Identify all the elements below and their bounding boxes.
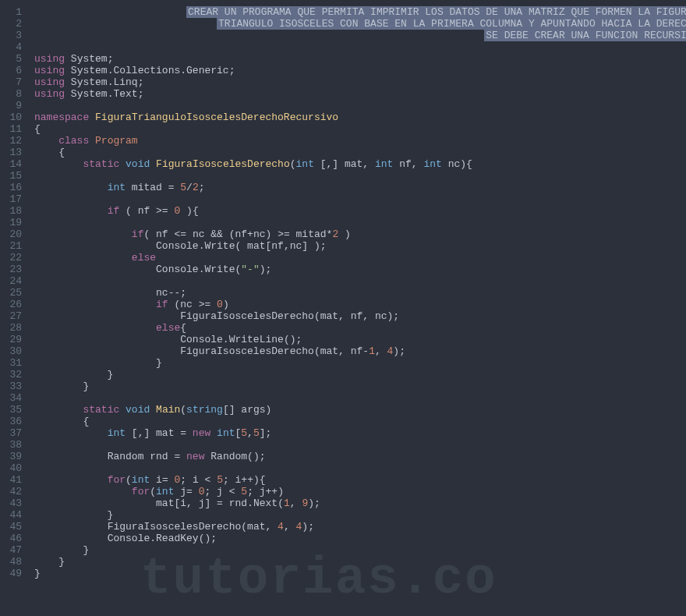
code-line[interactable]: } (34, 357, 686, 369)
line-number: 45 (9, 521, 22, 533)
code-line[interactable]: for(int j= 0; j < 5; j++) (34, 486, 686, 497)
line-number: 41 (9, 474, 22, 486)
code-line[interactable]: using System; (34, 53, 686, 65)
code-line[interactable]: SE DEBE CREAR UNA FUNCION RECURSIVA (34, 30, 686, 41)
line-number: 11 (9, 123, 22, 135)
code-line[interactable]: Console.ReadKey(); (34, 533, 686, 544)
line-number: 18 (9, 205, 22, 217)
code-line[interactable] (34, 439, 686, 451)
code-line[interactable]: mat[i, j] = rnd.Next(1, 9); (34, 497, 686, 509)
line-number: 10 (9, 112, 22, 123)
line-number: 32 (9, 369, 22, 381)
line-number: 15 (9, 170, 22, 182)
code-line[interactable]: if ( nf >= 0 ){ (34, 205, 686, 217)
code-line[interactable]: } (34, 568, 686, 579)
line-number: 40 (9, 462, 22, 474)
code-line[interactable]: { (34, 147, 686, 158)
code-line[interactable]: class Program (34, 135, 686, 147)
code-line[interactable]: } (34, 369, 686, 381)
line-number: 21 (9, 240, 22, 252)
code-line[interactable]: CREAR UN PROGRAMA QUE PERMITA IMPRIMIR L… (34, 6, 686, 18)
code-line[interactable]: static void Main(string[] args) (34, 404, 686, 416)
line-number: 14 (9, 158, 22, 170)
code-line[interactable]: if (nc >= 0) (34, 299, 686, 310)
line-number: 20 (9, 228, 22, 240)
line-number: 6 (9, 65, 22, 76)
line-number: 8 (9, 88, 22, 100)
code-line[interactable]: else (34, 252, 686, 264)
selected-comment: SE DEBE CREAR UNA FUNCION RECURSIVA (484, 30, 686, 41)
line-number: 3 (9, 30, 22, 41)
code-line[interactable] (34, 462, 686, 474)
line-number: 19 (9, 217, 22, 228)
code-line[interactable]: for(int i= 0; i < 5; i++){ (34, 474, 686, 486)
line-number: 47 (9, 544, 22, 556)
line-number: 4 (9, 41, 22, 53)
line-number: 30 (9, 345, 22, 357)
line-number: 46 (9, 533, 22, 544)
line-number: 35 (9, 404, 22, 416)
code-line[interactable]: using System.Collections.Generic; (34, 65, 686, 76)
line-number: 31 (9, 357, 22, 369)
line-number: 26 (9, 299, 22, 310)
code-line[interactable]: static void FiguraIsoscelesDerecho(int [… (34, 158, 686, 170)
code-line[interactable] (34, 392, 686, 404)
line-number: 24 (9, 275, 22, 287)
line-number: 29 (9, 334, 22, 345)
line-number: 17 (9, 193, 22, 205)
code-line[interactable]: Console.WriteLine(); (34, 334, 686, 345)
code-line[interactable]: using System.Text; (34, 88, 686, 100)
code-line[interactable]: } (34, 544, 686, 556)
line-number: 1 (9, 6, 22, 18)
code-line[interactable]: } (34, 509, 686, 521)
code-line[interactable]: } (34, 381, 686, 392)
code-line[interactable]: Console.Write( mat[nf,nc] ); (34, 240, 686, 252)
line-number: 38 (9, 439, 22, 451)
line-number: 25 (9, 287, 22, 299)
code-line[interactable]: { (34, 416, 686, 427)
code-line[interactable]: TRIANGULO ISOSCELES CON BASE EN LA PRIME… (34, 18, 686, 30)
line-number: 7 (9, 76, 22, 88)
line-number: 28 (9, 322, 22, 334)
code-line[interactable]: nc--; (34, 287, 686, 299)
code-editor: 1 2 3 4 5 6 7 8 9 10 11 12 13 14 15 16 1… (0, 0, 686, 616)
code-line[interactable]: FiguraIsoscelesDerecho(mat, nf, nc); (34, 310, 686, 322)
line-number: 34 (9, 392, 22, 404)
code-line[interactable]: Console.Write("-"); (34, 264, 686, 275)
code-line[interactable]: namespace FiguraTrianguloIsoscelesDerech… (34, 112, 686, 123)
selected-comment: TRIANGULO ISOSCELES CON BASE EN LA PRIME… (217, 18, 686, 30)
code-line[interactable] (34, 170, 686, 182)
line-gutter: 1 2 3 4 5 6 7 8 9 10 11 12 13 14 15 16 1… (0, 0, 28, 616)
line-number: 39 (9, 451, 22, 462)
line-number: 33 (9, 381, 22, 392)
line-number: 44 (9, 509, 22, 521)
code-line[interactable] (34, 193, 686, 205)
line-number: 9 (9, 100, 22, 112)
code-line[interactable] (34, 217, 686, 228)
code-line[interactable]: FiguraIsoscelesDerecho(mat, 4, 4); (34, 521, 686, 533)
line-number: 42 (9, 486, 22, 497)
code-line[interactable]: FiguraIsoscelesDerecho(mat, nf-1, 4); (34, 345, 686, 357)
line-number: 43 (9, 497, 22, 509)
line-number: 49 (9, 568, 22, 579)
line-number: 13 (9, 147, 22, 158)
code-line[interactable]: { (34, 123, 686, 135)
code-line[interactable] (34, 41, 686, 53)
line-number: 12 (9, 135, 22, 147)
code-line[interactable] (34, 100, 686, 112)
line-number: 2 (9, 18, 22, 30)
code-line[interactable]: if( nf <= nc && (nf+nc) >= mitad*2 ) (34, 228, 686, 240)
line-number: 23 (9, 264, 22, 275)
code-line[interactable]: } (34, 556, 686, 568)
line-number: 22 (9, 252, 22, 264)
code-line[interactable]: int [,] mat = new int[5,5]; (34, 427, 686, 439)
selected-comment: CREAR UN PROGRAMA QUE PERMITA IMPRIMIR L… (186, 6, 686, 18)
code-content[interactable]: CREAR UN PROGRAMA QUE PERMITA IMPRIMIR L… (28, 0, 686, 616)
code-line[interactable]: int mitad = 5/2; (34, 182, 686, 193)
line-number: 48 (9, 556, 22, 568)
code-line[interactable]: using System.Linq; (34, 76, 686, 88)
code-line[interactable] (34, 275, 686, 287)
line-number: 37 (9, 427, 22, 439)
code-line[interactable]: Random rnd = new Random(); (34, 451, 686, 462)
code-line[interactable]: else{ (34, 322, 686, 334)
